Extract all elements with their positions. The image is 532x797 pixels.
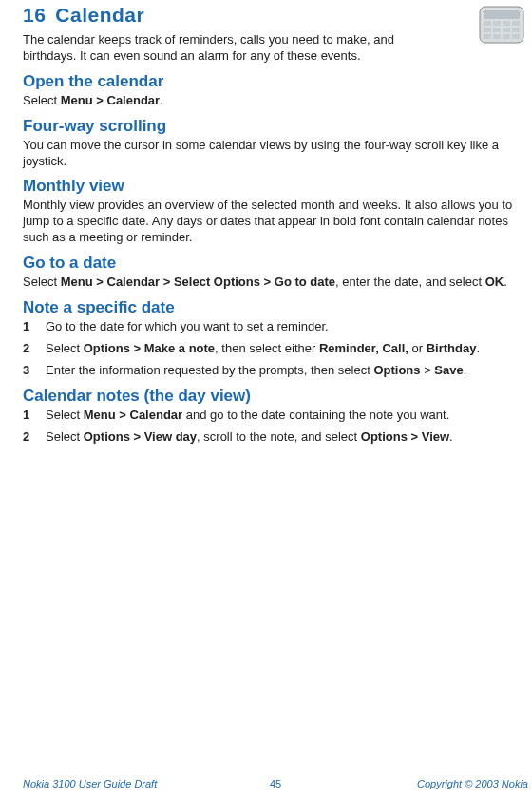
- dayview-steps: 1 Select Menu > Calendar and go to the d…: [23, 408, 532, 446]
- footer-right: Copyright © 2003 Nokia: [417, 778, 528, 789]
- svg-rect-11: [493, 34, 501, 39]
- svg-rect-5: [512, 21, 520, 26]
- section-fourway-heading: Four-way scrolling: [23, 117, 532, 136]
- list-item: 1 Go to the date for which you want to s…: [23, 319, 532, 335]
- calendar-icon: [479, 6, 524, 44]
- page-content: 16Calendar The calendar keeps track of r…: [23, 4, 532, 445]
- list-item: 1 Select Menu > Calendar and go to the d…: [23, 408, 532, 424]
- footer-page-number: 45: [270, 778, 281, 789]
- svg-rect-7: [493, 28, 501, 32]
- svg-rect-6: [484, 28, 491, 32]
- section-notedate-heading: Note a specific date: [23, 298, 532, 317]
- svg-rect-10: [484, 34, 491, 39]
- chapter-title: Calendar: [55, 4, 144, 26]
- chapter-number: 16: [23, 4, 46, 26]
- chapter-heading: 16Calendar: [23, 4, 532, 27]
- list-item: 2 Select Options > View day, scroll to t…: [23, 429, 532, 446]
- section-open-heading: Open the calendar: [23, 72, 532, 91]
- svg-rect-3: [493, 21, 501, 26]
- footer-left: Nokia 3100 User Guide Draft: [23, 778, 157, 789]
- section-gotodate-heading: Go to a date: [23, 254, 532, 273]
- section-monthly-body: Monthly view provides an overview of the…: [23, 198, 532, 246]
- intro-paragraph: The calendar keeps track of reminders, c…: [23, 32, 422, 65]
- section-dayview-heading: Calendar notes (the day view): [23, 387, 532, 406]
- notedate-steps: 1 Go to the date for which you want to s…: [23, 319, 532, 379]
- svg-rect-9: [512, 28, 520, 32]
- section-gotodate-body: Select Menu > Calendar > Select Options …: [23, 275, 532, 291]
- section-open-body: Select Menu > Calendar.: [23, 93, 532, 109]
- page-footer: Nokia 3100 User Guide Draft 45 Copyright…: [23, 778, 528, 789]
- svg-rect-12: [503, 34, 510, 39]
- list-item: 2 Select Options > Make a note, then sel…: [23, 341, 532, 357]
- section-fourway-body: You can move the cursor in some calendar…: [23, 138, 532, 170]
- list-item: 3 Enter the information requested by the…: [23, 363, 532, 379]
- svg-rect-13: [512, 34, 520, 39]
- svg-rect-4: [503, 21, 510, 26]
- section-monthly-heading: Monthly view: [23, 177, 532, 196]
- svg-rect-1: [484, 10, 520, 19]
- svg-rect-8: [503, 28, 510, 32]
- svg-rect-2: [484, 21, 491, 26]
